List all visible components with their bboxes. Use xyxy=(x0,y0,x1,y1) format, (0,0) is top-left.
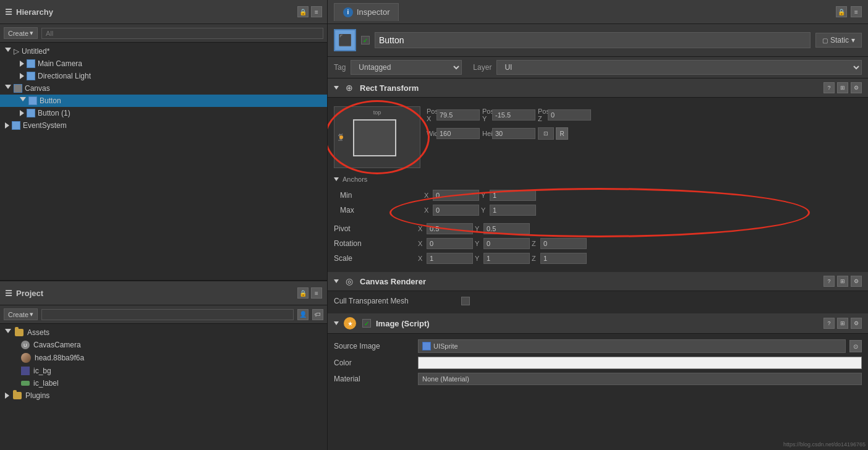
main-camera-cube-icon xyxy=(27,59,35,68)
anchor-max-x-input[interactable] xyxy=(433,205,479,216)
hierarchy-item-canvas[interactable]: Canvas xyxy=(0,82,327,95)
project-tree: Assets U CavasCamera head.88ba9f6a ic_bg xyxy=(0,324,327,450)
scale-x-item: X xyxy=(418,253,473,264)
image-script-settings-btn[interactable]: ⚙ xyxy=(851,318,862,329)
pos-x-input[interactable] xyxy=(436,109,480,121)
rect-transform-title: Rect Transform xyxy=(360,83,819,93)
hierarchy-item-button[interactable]: Button xyxy=(0,95,327,107)
rect-transform-grid-btn[interactable]: ⊞ xyxy=(837,82,848,93)
rotation-y-input[interactable] xyxy=(483,238,530,249)
project-search-input[interactable] xyxy=(41,309,294,320)
pivot-values: X Y xyxy=(418,223,862,234)
project-person-icon[interactable]: 👤 xyxy=(297,309,308,320)
pivot-y-input[interactable] xyxy=(483,223,530,234)
rect-transform-settings-btn[interactable]: ⚙ xyxy=(851,82,862,93)
height-input[interactable] xyxy=(492,128,535,139)
rotation-x-input[interactable] xyxy=(427,238,473,249)
source-image-label: Source Image xyxy=(334,342,414,350)
image-script-active-checkbox[interactable]: ✓ xyxy=(362,319,371,328)
resize-btn[interactable]: ⊡ xyxy=(538,127,554,140)
scale-z-input[interactable] xyxy=(540,253,587,264)
canvas-renderer-settings-btn[interactable]: ⚙ xyxy=(851,276,862,287)
rotation-z-input[interactable] xyxy=(540,238,587,249)
hierarchy-create-button[interactable]: Create ▾ xyxy=(4,27,38,39)
project-item-ic-label[interactable]: ic_label xyxy=(0,377,327,389)
anchor-max-y-input[interactable] xyxy=(490,205,536,216)
pivot-x-input[interactable] xyxy=(427,223,473,234)
rect-transform-header[interactable]: ⊕ Rect Transform ? ⊞ ⚙ xyxy=(328,79,868,98)
hierarchy-menu-icon[interactable]: ☰ xyxy=(5,7,12,17)
project-menu-icon[interactable]: ☰ xyxy=(5,289,12,298)
inspector-tab[interactable]: i Inspector xyxy=(334,3,399,21)
hierarchy-item-eventsystem[interactable]: EventSystem xyxy=(0,119,327,132)
hierarchy-more-icon[interactable]: ≡ xyxy=(311,6,322,17)
rotation-row: Rotation X Y Z xyxy=(328,236,868,251)
dir-light-no-expand xyxy=(20,73,24,79)
image-script-grid-btn[interactable]: ⊞ xyxy=(837,318,848,329)
pivot-row: Pivot X Y xyxy=(328,221,868,236)
scale-row: Scale X Y Z xyxy=(328,251,868,266)
r-btn[interactable]: R xyxy=(556,127,568,140)
hierarchy-scene-root[interactable]: ▷ Untitled* xyxy=(0,45,327,57)
hierarchy-search-input[interactable] xyxy=(41,28,323,39)
inspector-more-icon[interactable]: ≡ xyxy=(851,6,862,17)
inspector-content: ⊕ Rect Transform ? ⊞ ⚙ top left xyxy=(328,79,868,450)
canvas-renderer-header[interactable]: ◎ Canvas Renderer ? ⊞ ⚙ xyxy=(328,272,868,291)
project-tag-icon[interactable]: 🏷 xyxy=(312,309,323,320)
inspector-lock-icon[interactable]: 🔒 xyxy=(836,6,847,17)
anchor-min-values: X Y xyxy=(424,190,856,201)
plugins-folder-icon xyxy=(13,392,22,399)
canvas-renderer-collapse-arrow xyxy=(334,279,339,283)
rotation-x-item: X xyxy=(418,238,473,249)
static-button[interactable]: ▢ Static ▾ xyxy=(815,33,862,48)
project-item-cavas-camera[interactable]: U CavasCamera xyxy=(0,339,327,351)
cull-checkbox[interactable] xyxy=(461,297,470,305)
anchors-section-label[interactable]: Anchors xyxy=(328,173,868,185)
project-item-ic-bg[interactable]: ic_bg xyxy=(0,365,327,377)
hierarchy-item-main-camera[interactable]: Main Camera xyxy=(0,57,327,70)
scale-x-input[interactable] xyxy=(427,253,473,264)
width-input[interactable] xyxy=(436,128,480,139)
pos-field-group: Pos X Pos Y Pos Z xyxy=(427,108,862,122)
scale-values: X Y Z xyxy=(418,253,862,264)
image-script-help-btn[interactable]: ? xyxy=(823,318,835,329)
pivot-label: Pivot xyxy=(334,224,414,233)
image-script-header[interactable]: ★ ✓ Image (Script) ? ⊞ ⚙ xyxy=(328,313,868,334)
layer-select[interactable]: UI xyxy=(496,60,862,75)
inspector-tab-label: Inspector xyxy=(357,7,389,17)
canvas-expand-arrow xyxy=(5,85,11,92)
hierarchy-item-directional-light[interactable]: Directional Light xyxy=(0,70,327,82)
anchor-min-y-input[interactable] xyxy=(490,190,536,201)
source-image-value-box[interactable]: UISprite xyxy=(418,339,846,353)
canvas-renderer-grid-btn[interactable]: ⊞ xyxy=(837,276,848,287)
tag-select[interactable]: Untagged xyxy=(351,60,462,75)
source-image-pick-btn[interactable]: ⊙ xyxy=(849,340,862,352)
button-label: Button xyxy=(40,96,61,105)
pos-z-input[interactable] xyxy=(548,109,591,121)
width-item: Width xyxy=(427,127,480,140)
project-item-plugins[interactable]: Plugins xyxy=(0,389,327,402)
scale-y-input[interactable] xyxy=(483,253,530,264)
object-name-input[interactable] xyxy=(375,32,811,48)
rect-diagram: top left xyxy=(334,106,420,168)
project-lock-icon[interactable]: 🔒 xyxy=(297,287,308,299)
object-active-checkbox[interactable]: ✓ xyxy=(361,36,370,45)
color-label: Color xyxy=(334,359,414,367)
pos-y-input[interactable] xyxy=(492,109,535,121)
canvas-renderer-help-btn[interactable]: ? xyxy=(823,276,835,287)
rect-diagram-inner xyxy=(353,119,396,156)
project-create-button[interactable]: Create ▾ xyxy=(4,308,38,320)
project-assets-root[interactable]: Assets xyxy=(0,326,327,339)
rect-transform-help-btn[interactable]: ? xyxy=(823,82,835,93)
anchor-max-x-item: X xyxy=(424,205,479,216)
hierarchy-lock-icon[interactable]: 🔒 xyxy=(297,6,308,17)
color-swatch[interactable] xyxy=(418,357,862,369)
project-more-icon[interactable]: ≡ xyxy=(311,287,322,299)
anchor-min-x-input[interactable] xyxy=(433,190,479,201)
anchor-min-x-item: X xyxy=(424,190,479,201)
scale-y-item: Y xyxy=(475,253,530,264)
project-item-head[interactable]: head.88ba9f6a xyxy=(0,351,327,365)
hierarchy-item-button1[interactable]: Button (1) xyxy=(0,107,327,119)
material-value-box[interactable]: None (Material) xyxy=(418,373,862,385)
image-script-actions: ? ⊞ ⚙ xyxy=(823,318,862,329)
